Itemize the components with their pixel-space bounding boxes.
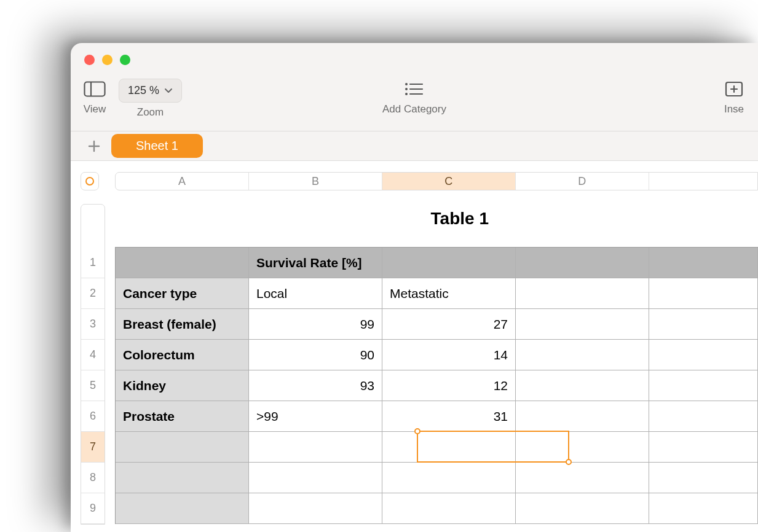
row-label-3[interactable]: Prostate [116,401,249,432]
cell-r4-c4[interactable] [649,340,758,370]
chevron-down-icon [164,87,173,95]
cell-r2-c3[interactable] [516,278,649,309]
app-window: View 125 % Zoom Add Category [71,43,758,532]
row-header-4[interactable]: 4 [81,340,105,370]
plus-icon [87,139,101,153]
svg-point-4 [405,88,408,90]
close-window-button[interactable] [84,55,95,65]
table-grid: Survival Rate [%]Cancer typeLocalMetasta… [115,247,758,524]
list-icon [404,81,425,97]
spreadsheet-canvas: ABCD 123456789 Table 1 Survival Rate [%]… [71,161,758,532]
cell-r8-c1[interactable] [249,463,382,493]
view-button[interactable] [82,79,108,100]
cell-r7-c4[interactable] [649,432,758,463]
ring-icon [85,177,94,186]
row-label-2[interactable]: Kidney [116,370,249,401]
view-label: View [84,103,106,115]
cell-r1-c0[interactable] [116,248,249,278]
row-header-1[interactable]: 1 [81,248,105,278]
sheet-tab-active[interactable]: Sheet 1 [111,134,203,158]
cell-r9-c1[interactable] [249,493,382,524]
sheet-tab-bar: Sheet 1 [71,131,758,161]
cell-local-0[interactable]: 99 [249,309,382,340]
cell-r5-c3[interactable] [516,370,649,401]
cell-r4-c3[interactable] [516,340,649,370]
cell-r9-c4[interactable] [649,493,758,524]
toolbar: View 125 % Zoom Add Category [71,76,758,131]
cell-r2-c4[interactable] [649,278,758,309]
cell-r7-c0[interactable] [116,432,249,463]
cell-metastatic-2[interactable]: 12 [382,370,516,401]
row-headers: 123456789 [81,204,105,525]
fullscreen-window-button[interactable] [120,55,130,65]
cell-local-2[interactable]: 93 [249,370,382,401]
svg-rect-0 [85,82,105,96]
cell-r3-c4[interactable] [649,309,758,340]
add-category-label: Add Category [382,103,446,115]
cell-r9-c0[interactable] [116,493,249,524]
cell-r9-c3[interactable] [516,493,649,524]
cell-r1-c3[interactable] [516,248,649,278]
cell-metastatic-1[interactable]: 14 [382,340,516,370]
svg-point-6 [405,93,408,95]
insert-label: Inse [724,103,744,115]
zoom-value: 125 % [128,84,159,97]
column-headers: ABCD [115,172,758,190]
row-header-2[interactable]: 2 [81,278,105,309]
add-sheet-button[interactable] [83,135,105,157]
minimize-window-button[interactable] [102,55,113,65]
column-header-b[interactable]: B [249,173,382,190]
column-header-d[interactable]: D [516,173,649,190]
row-header-5[interactable]: 5 [81,370,105,401]
zoom-dropdown[interactable]: 125 % [119,79,182,103]
insert-icon [725,81,743,97]
cell-metastatic-0[interactable]: 27 [382,309,516,340]
cell-metastatic-3[interactable]: 31 [382,401,516,432]
cell-r6-c4[interactable] [649,401,758,432]
cell-r3-c3[interactable] [516,309,649,340]
sidebar-icon [84,81,106,97]
row-label-0[interactable]: Breast (female) [116,309,249,340]
row-header-9[interactable]: 9 [81,493,105,524]
column-header-partial[interactable] [649,173,757,190]
header-survival-rate[interactable]: Survival Rate [%] [249,248,382,278]
add-category-button[interactable] [401,79,427,100]
column-header-a[interactable]: A [116,173,249,190]
svg-point-2 [405,83,408,85]
cell-r1-c4[interactable] [649,248,758,278]
header-cancer-type[interactable]: Cancer type [116,278,249,309]
cell-r9-c2[interactable] [382,493,516,524]
row-header-6[interactable]: 6 [81,401,105,432]
row-label-1[interactable]: Colorectum [116,340,249,370]
insert-button[interactable] [721,79,747,100]
cell-r7-c1[interactable] [249,432,382,463]
cell-r7-c3[interactable] [516,432,649,463]
cell-r8-c2[interactable] [382,463,516,493]
cell-r1-c2[interactable] [382,248,516,278]
cell-r5-c4[interactable] [649,370,758,401]
row-header-7[interactable]: 7 [81,432,105,463]
titlebar [71,43,758,76]
row-header-8[interactable]: 8 [81,463,105,493]
cell-local-3[interactable]: >99 [249,401,382,432]
column-header-c[interactable]: C [382,173,516,190]
row-header-3[interactable]: 3 [81,309,105,340]
header-local[interactable]: Local [249,278,382,309]
cell-r8-c3[interactable] [516,463,649,493]
select-all-corner[interactable] [81,172,99,190]
header-metastatic[interactable]: Metastatic [382,278,516,309]
zoom-label: Zoom [137,106,164,119]
cell-local-1[interactable]: 90 [249,340,382,370]
cell-r7-c2[interactable] [382,432,516,463]
cell-r8-c4[interactable] [649,463,758,493]
table-title[interactable]: Table 1 [431,209,489,229]
cell-r6-c3[interactable] [516,401,649,432]
cell-r8-c0[interactable] [116,463,249,493]
